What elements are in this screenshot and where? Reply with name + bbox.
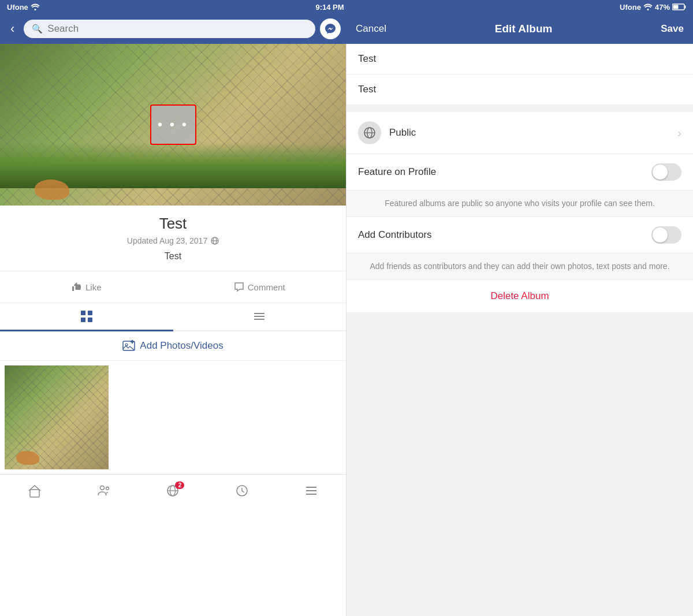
status-right: Ufone 47% [620, 3, 686, 12]
action-bar: Like Comment [0, 271, 346, 303]
comment-label: Comment [248, 282, 285, 292]
right-panel: Public › Feature on Profile Featured alb… [346, 44, 693, 616]
add-photo-icon [122, 339, 135, 352]
save-button[interactable]: Save [661, 23, 684, 35]
feature-profile-toggle[interactable] [651, 163, 681, 181]
messenger-button[interactable] [320, 18, 341, 39]
like-button[interactable]: Like [0, 277, 173, 297]
cover-photo: • • • [0, 44, 346, 206]
nav-history[interactable] [207, 479, 277, 502]
messenger-icon [325, 23, 336, 35]
album-desc-field-row [346, 74, 693, 105]
svg-rect-9 [88, 311, 92, 315]
svg-rect-8 [81, 311, 85, 315]
nav-home[interactable] [0, 479, 69, 502]
more-dots-icon: • • • [158, 117, 189, 133]
status-time-left: 9:14 PM [315, 3, 344, 12]
wifi-icon-left [31, 3, 40, 10]
status-left: Ufone [7, 3, 40, 12]
comment-button[interactable]: Comment [173, 277, 346, 297]
carrier-left: Ufone [7, 3, 28, 12]
separator-1 [346, 105, 693, 112]
more-button[interactable]: • • • [150, 104, 196, 145]
add-photos-label: Add Photos/Videos [140, 340, 223, 352]
svg-rect-3 [684, 6, 685, 9]
globe-privacy-icon [363, 126, 376, 139]
contributors-info-text: Add friends as contributors and they can… [346, 253, 693, 280]
feature-profile-row: Feature on Profile [346, 154, 693, 191]
album-desc-display: Test [12, 251, 334, 262]
nav-right: Cancel Edit Album Save [346, 23, 693, 35]
add-photos-button[interactable]: Add Photos/Videos [0, 331, 346, 361]
svg-point-20 [100, 486, 104, 490]
search-input[interactable] [47, 23, 307, 35]
nav-left: ‹ 🔍 [0, 17, 346, 41]
carrier-right: Ufone [620, 3, 641, 12]
cat-shape [35, 180, 69, 200]
toggle-thumb [653, 165, 668, 180]
nav-bar: ‹ 🔍 Cancel Edit Album Save [0, 14, 693, 44]
album-info: Test Updated Aug 23, 2017 Test [0, 206, 346, 271]
svg-point-16 [125, 344, 128, 346]
left-panel: • • • Test Updated Aug 23, 2017 Test [0, 44, 346, 616]
thumbnails-area [0, 361, 346, 474]
thumb-cat [16, 451, 39, 465]
search-box[interactable]: 🔍 [24, 20, 315, 38]
svg-rect-10 [81, 318, 85, 322]
bottom-nav: 2 [0, 474, 346, 506]
album-desc-input[interactable] [358, 84, 681, 95]
menu-icon [304, 484, 318, 498]
delete-album-row[interactable]: Delete Album [346, 280, 693, 313]
album-title-display: Test [12, 215, 334, 233]
privacy-icon-container [358, 121, 381, 144]
tab-grid[interactable] [0, 303, 173, 331]
home-icon [28, 484, 42, 498]
like-icon [72, 282, 82, 292]
like-label: Like [85, 282, 102, 292]
battery-icon [672, 3, 686, 10]
privacy-row[interactable]: Public › [346, 112, 693, 154]
thumbnail-item[interactable] [5, 365, 109, 469]
comment-icon [234, 282, 244, 292]
nav-menu[interactable] [277, 479, 346, 502]
list-icon [253, 310, 266, 323]
tab-list[interactable] [173, 303, 346, 330]
globe-meta-icon [211, 237, 219, 245]
feature-profile-label: Feature on Profile [358, 166, 651, 178]
svg-rect-19 [30, 490, 39, 497]
status-bar: Ufone 9:14 PM Ufone 47% [0, 0, 693, 14]
friends-icon [97, 484, 111, 498]
nav-globe[interactable]: 2 [139, 479, 208, 502]
svg-rect-11 [88, 318, 92, 322]
svg-rect-4 [673, 5, 678, 9]
edit-album-title: Edit Album [495, 23, 553, 35]
history-icon [235, 484, 249, 498]
notification-badge: 2 [175, 481, 184, 489]
contributors-toggle-thumb [653, 227, 668, 242]
contributors-row: Add Contributors [346, 217, 693, 253]
album-meta: Updated Aug 23, 2017 [12, 236, 334, 245]
svg-point-0 [34, 9, 36, 10]
chevron-right-icon: › [677, 126, 681, 140]
grid-icon [80, 310, 93, 323]
delete-album-label: Delete Album [490, 290, 549, 301]
svg-point-21 [106, 487, 109, 490]
contributors-toggle[interactable] [651, 226, 681, 244]
contributors-label: Add Contributors [358, 229, 651, 241]
search-icon: 🔍 [32, 24, 43, 34]
bottom-gray-area [346, 313, 693, 616]
svg-point-1 [647, 9, 649, 10]
privacy-label: Public [389, 127, 677, 139]
main-content: • • • Test Updated Aug 23, 2017 Test [0, 44, 693, 616]
battery-right: 47% [655, 3, 670, 12]
nav-friends[interactable] [69, 479, 139, 502]
album-name-input[interactable] [358, 53, 681, 65]
cancel-button[interactable]: Cancel [356, 23, 386, 35]
feature-info-text: Featured albums are public so anyone who… [346, 191, 693, 217]
back-button[interactable]: ‹ [6, 17, 19, 41]
wifi-icon-right [643, 3, 653, 10]
album-name-field-row [346, 44, 693, 74]
tab-bar [0, 303, 346, 331]
